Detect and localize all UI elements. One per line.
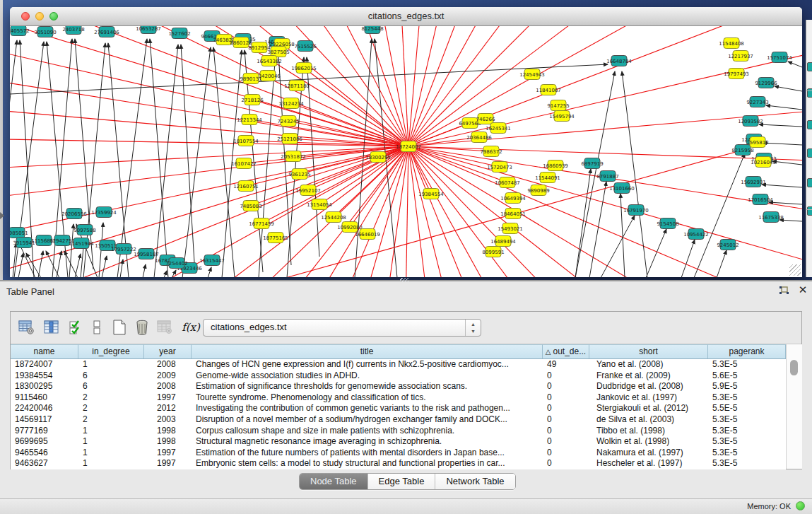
graph-node[interactable]: 3051090 [34,27,56,37]
graph-node[interactable]: 16771459 [249,218,274,229]
graph-edge[interactable] [117,39,147,277]
graph-node[interactable]: 1595813 [746,137,768,148]
graph-node[interactable]: 16315447 [199,255,225,266]
graph-node[interactable]: 19384554 [418,189,444,199]
column-header-out-de-[interactable]: △out_de... [543,344,589,358]
column-header-pagerank[interactable]: pagerank [708,344,786,358]
graph-edge[interactable] [762,185,802,187]
graph-edge[interactable] [408,146,802,277]
graph-edge[interactable] [408,146,802,277]
graph-node[interactable]: 12213344 [237,115,262,125]
graph-edge[interactable] [13,243,16,277]
graph-node[interactable]: 2405572 [10,26,30,36]
graph-edge[interactable] [408,146,802,277]
new-column-icon[interactable] [110,317,129,337]
graph-node[interactable]: 12544208 [321,212,346,223]
graph-node[interactable]: 6897919 [581,158,603,169]
column-header-in-degree[interactable]: in_degree [78,344,144,358]
table-settings-icon[interactable] [16,317,36,337]
graph-node[interactable]: 7254402 [165,258,187,269]
graph-node[interactable]: 9147255 [547,100,569,111]
network-view-window[interactable]: citations_edges.txt 24055723051090240371… [10,7,802,277]
graph-node[interactable]: 7485083 [240,201,261,211]
graph-node[interactable]: 15493021 [498,223,523,234]
table-row[interactable]: 1938455462009Genome-wide association stu… [11,370,786,382]
graph-node[interactable]: 7515526 [294,41,317,52]
table-row[interactable]: 1830029562008Estimation of significance … [11,381,786,392]
graph-edge[interactable] [249,119,408,146]
select-rows-icon[interactable] [66,317,86,337]
graph-node[interactable]: 15720473 [487,162,512,173]
graph-node[interactable]: 9154508 [657,218,678,229]
graph-node[interactable]: 16648784 [606,56,632,66]
graph-node[interactable]: 9129966 [755,78,777,88]
graph-node[interactable]: 15751074 [767,52,792,63]
window-resize-grip[interactable] [789,264,801,276]
tab-network-table[interactable]: Network Table [435,474,514,489]
graph-edge[interactable] [766,105,802,110]
show-column-icon[interactable] [42,317,61,337]
table-row[interactable]: 977716911998Corpus callosum shape and si… [11,426,786,437]
graph-edge[interactable] [69,224,73,277]
graph-node[interactable]: 17016504 [748,194,773,205]
graph-node[interactable]: 19797493 [724,69,749,79]
table-row[interactable]: 1456911722003Disruption of a novel membe… [11,414,786,426]
graph-node[interactable]: 15692931 [741,177,766,187]
delete-table-icon[interactable] [155,317,175,337]
graph-node[interactable]: 7243245 [277,116,299,127]
graph-edge[interactable] [408,146,802,277]
graph-node[interactable]: 18107554 [233,136,259,146]
graph-node[interactable]: 17359924 [91,207,117,218]
close-icon[interactable]: ✕ [796,284,809,296]
column-header-title[interactable]: title [192,344,543,358]
graph-node[interactable]: 18464051 [500,209,526,219]
network-canvas[interactable]: 2405572305109024037182769140610653287152… [10,26,802,277]
graph-node[interactable]: 16107427 [231,158,257,169]
network-window-titlebar[interactable]: citations_edges.txt [10,7,802,26]
graph-node[interactable]: 9890131 [240,74,261,84]
graph-node[interactable]: 12217937 [728,51,753,62]
graph-node[interactable]: 11841067 [536,85,561,95]
graph-edge[interactable] [75,254,81,277]
graph-edge[interactable] [143,264,146,277]
table-row[interactable]: 946554611997Estimation of the future num… [11,448,786,459]
graph-edge[interactable] [150,39,168,277]
graph-edge[interactable] [622,71,647,277]
graph-edge[interactable] [694,153,745,277]
graph-node[interactable]: 12454943 [519,69,545,80]
graph-node[interactable]: 16489494 [490,236,516,247]
scrollbar-thumb[interactable] [790,360,798,375]
graph-node[interactable]: 2718126 [241,95,264,105]
graph-node[interactable]: 9227343 [746,97,768,107]
graph-node[interactable]: 10954422 [683,229,709,240]
graph-edge[interactable] [408,26,615,146]
table-row[interactable]: 1872400712008Changes of HCN gene express… [11,359,786,370]
graph-node[interactable]: 8099591 [482,247,504,257]
graph-node[interactable]: 13101660 [609,183,635,194]
graph-node[interactable]: 7986372 [480,146,502,157]
graph-edge[interactable] [319,146,408,204]
table-row[interactable]: 911546021997Tourette syndrome. Phenomeno… [11,392,786,404]
graph-edge[interactable] [601,216,635,277]
graph-node[interactable]: 10607487 [495,177,520,188]
graph-node[interactable]: 11544091 [535,173,560,183]
clear-selection-icon[interactable] [87,317,107,337]
graph-edge[interactable] [164,271,167,277]
table-row[interactable]: 2242004622012Investigating the contribut… [11,403,786,414]
graph-node[interactable]: 16860939 [543,160,568,171]
graph-node[interactable]: 1527602 [168,28,190,39]
graph-edge[interactable] [408,146,802,277]
graph-node[interactable]: 9245012 [717,240,739,250]
graph-edge[interactable] [772,161,802,165]
function-builder-icon[interactable]: f(x) [179,317,203,337]
graph-edge[interactable] [646,229,666,277]
graph-node[interactable]: 11675338 [758,212,784,223]
tab-edge-table[interactable]: Edge Table [368,474,436,489]
graph-node[interactable]: 12160751 [233,181,259,192]
graph-node[interactable]: 8125448 [361,26,383,34]
column-header-year[interactable]: year [144,344,192,358]
table-row[interactable]: 969969511998Structural magnetic resonanc… [11,436,786,448]
graph-edge[interactable] [408,146,802,277]
graph-node[interactable]: 1985051 [10,228,28,238]
graph-node[interactable]: 9890989 [527,185,549,196]
